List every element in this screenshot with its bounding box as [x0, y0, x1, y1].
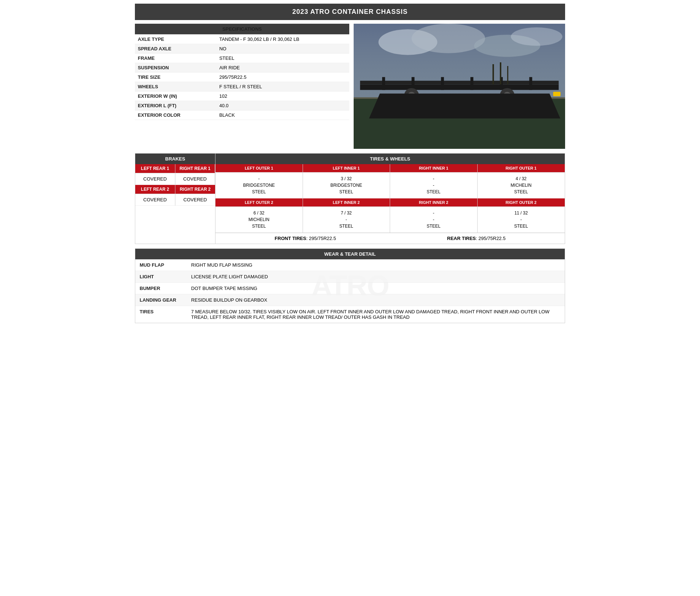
tire-value: --STEEL: [390, 207, 477, 233]
brake-left-rear-2-col: LEFT REAR 2 COVERED: [135, 185, 175, 206]
brake-right-rear-1-col: RIGHT REAR 1 COVERED: [175, 164, 215, 185]
specs-row: SPREAD AXLE NO: [135, 44, 349, 54]
spec-label: TIRE SIZE: [135, 73, 216, 82]
spec-label: SUSPENSION: [135, 63, 216, 73]
svg-point-15: [404, 88, 419, 103]
tire-label: LEFT INNER 2: [303, 198, 390, 207]
spec-label: EXTERIOR L (FT): [135, 101, 216, 111]
svg-rect-6: [354, 97, 565, 149]
svg-point-5: [511, 27, 562, 46]
wear-label: BUMPER: [135, 283, 187, 294]
svg-point-16: [408, 92, 415, 99]
svg-point-3: [412, 24, 485, 53]
tire-label: RIGHT INNER 2: [390, 198, 477, 207]
brake-right-rear-1-label: RIGHT REAR 1: [175, 164, 215, 173]
specs-header: SPECIFICATIONS: [135, 24, 349, 35]
tires-section: TIRES & WHEELS LEFT OUTER 1 -BRIDGESTONE…: [215, 154, 565, 244]
spec-value: AIR RIDE: [216, 63, 349, 73]
specs-row: EXTERIOR L (FT) 40.0: [135, 101, 349, 111]
spec-value: TANDEM - F 30,062 LB / R 30,062 LB: [216, 35, 349, 44]
svg-rect-14: [529, 77, 532, 90]
vehicle-image: [354, 24, 565, 149]
front-tires: FRONT TIRES: 295/75R22.5: [275, 236, 336, 241]
tire-label: LEFT OUTER 1: [215, 164, 303, 173]
brake-right-rear-2-label: RIGHT REAR 2: [175, 185, 215, 194]
svg-rect-9: [382, 77, 385, 90]
specs-row: EXTERIOR COLOR BLACK: [135, 111, 349, 120]
wear-label: LIGHT: [135, 271, 187, 283]
svg-rect-7: [360, 84, 559, 90]
specs-row: AXLE TYPE TANDEM - F 30,062 LB / R 30,06…: [135, 35, 349, 44]
tire-col: RIGHT OUTER 2 11 / 32-STEEL: [478, 198, 565, 233]
spec-value: NO: [216, 44, 349, 54]
specs-row: SUSPENSION AIR RIDE: [135, 63, 349, 73]
wear-row: TIRES 7 MEASURE BELOW 10/32. TIRES VISIB…: [135, 306, 565, 323]
tire-col: RIGHT INNER 1 --STEEL: [390, 164, 478, 198]
svg-point-17: [500, 88, 514, 103]
brake-left-rear-1-col: LEFT REAR 1 COVERED: [135, 164, 175, 185]
svg-rect-20: [493, 64, 494, 84]
wear-value: LICENSE PLATE LIGHT DAMAGED: [187, 271, 565, 283]
wear-label: MUD FLAP: [135, 259, 187, 271]
wear-value: 7 MEASURE BELOW 10/32. TIRES VISIBLY LOW…: [187, 306, 565, 323]
spec-value: STEEL: [216, 54, 349, 63]
wear-section: WEAR & TEAR DETAIL ATRO MUD FLAP RIGHT M…: [135, 248, 565, 323]
svg-rect-10: [412, 77, 415, 90]
specs-section: SPECIFICATIONS AXLE TYPE TANDEM - F 30,0…: [135, 24, 349, 149]
rear-tires: REAR TIRES: 295/75R22.5: [447, 236, 505, 241]
brakes-header: BRAKES: [135, 154, 215, 164]
spec-label: EXTERIOR W (IN): [135, 92, 216, 101]
tires-footer: FRONT TIRES: 295/75R22.5 REAR TIRES: 295…: [215, 233, 565, 244]
spec-value: 102: [216, 92, 349, 101]
svg-rect-12: [470, 77, 473, 90]
spec-label: WHEELS: [135, 82, 216, 92]
specs-row: TIRE SIZE 295/75R22.5: [135, 73, 349, 82]
wear-label: TIRES: [135, 306, 187, 323]
tire-col: RIGHT INNER 2 --STEEL: [390, 198, 478, 233]
wear-label: LANDING GEAR: [135, 294, 187, 306]
tire-label: RIGHT OUTER 2: [478, 198, 565, 207]
tire-value: --STEEL: [390, 173, 477, 198]
wear-value: RIGHT MUD FLAP MISSING: [187, 259, 565, 271]
wear-row: LIGHT LICENSE PLATE LIGHT DAMAGED: [135, 271, 565, 283]
brake-left-rear-2-label: LEFT REAR 2: [135, 185, 175, 194]
spec-value: F STEEL / R STEEL: [216, 82, 349, 92]
wear-row: BUMPER DOT BUMPER TAPE MISSING: [135, 283, 565, 294]
tire-label: LEFT OUTER 2: [215, 198, 303, 207]
wear-row: LANDING GEAR RESIDUE BUILDUP ON GEARBOX: [135, 294, 565, 306]
middle-section: BRAKES LEFT REAR 1 COVERED RIGHT REAR 1 …: [135, 153, 565, 244]
brake-right-rear-2-col: RIGHT REAR 2 COVERED: [175, 185, 215, 206]
specs-row: EXTERIOR W (IN) 102: [135, 92, 349, 101]
wear-value: DOT BUMPER TAPE MISSING: [187, 283, 565, 294]
brake-left-rear-2-value: COVERED: [135, 194, 175, 206]
tire-label: RIGHT INNER 1: [390, 164, 477, 173]
svg-rect-8: [360, 81, 559, 84]
tire-col: LEFT INNER 2 7 / 32-STEEL: [303, 198, 390, 233]
wear-row: MUD FLAP RIGHT MUD FLAP MISSING: [135, 259, 565, 271]
specs-row: FRAME STEEL: [135, 54, 349, 63]
tires-header: TIRES & WHEELS: [215, 154, 565, 164]
brakes-grid: LEFT REAR 1 COVERED RIGHT REAR 1 COVERED…: [135, 164, 215, 206]
brake-left-rear-1-value: COVERED: [135, 173, 175, 185]
tires-row2: LEFT OUTER 2 6 / 32MICHELINSTEEL LEFT IN…: [215, 198, 565, 233]
spec-value: 40.0: [216, 101, 349, 111]
tire-value: 6 / 32MICHELINSTEEL: [215, 207, 303, 233]
spec-label: SPREAD AXLE: [135, 44, 216, 54]
tire-value: 3 / 32BRIDGESTONESTEEL: [303, 173, 390, 198]
brake-left-rear-1-label: LEFT REAR 1: [135, 164, 175, 173]
brakes-section: BRAKES LEFT REAR 1 COVERED RIGHT REAR 1 …: [135, 154, 215, 244]
tire-value: 4 / 32MICHELINSTEEL: [478, 173, 565, 198]
tire-col: RIGHT OUTER 1 4 / 32MICHELINSTEEL: [478, 164, 565, 198]
spec-label: EXTERIOR COLOR: [135, 111, 216, 120]
specs-row: WHEELS F STEEL / R STEEL: [135, 82, 349, 92]
page-title: 2023 ATRO CONTAINER CHASSIS: [135, 4, 565, 20]
tire-label: RIGHT OUTER 1: [478, 164, 565, 173]
brake-right-rear-2-value: COVERED: [175, 194, 215, 206]
svg-rect-11: [441, 77, 444, 90]
spec-label: AXLE TYPE: [135, 35, 216, 44]
svg-point-18: [503, 92, 511, 99]
spec-label: FRAME: [135, 54, 216, 63]
tire-value: -BRIDGESTONESTEEL: [215, 173, 303, 198]
spec-value: BLACK: [216, 111, 349, 120]
tire-label: LEFT INNER 1: [303, 164, 390, 173]
